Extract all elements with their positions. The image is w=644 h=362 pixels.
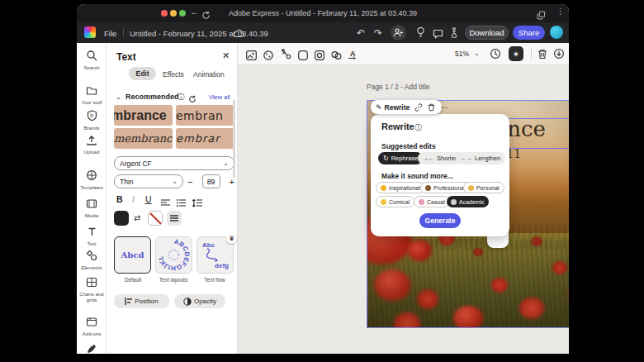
- sidebar-item-text[interactable]: Text: [77, 226, 107, 247]
- sidebar-item-search[interactable]: Search: [77, 50, 107, 71]
- panel-scrollbar[interactable]: [233, 99, 235, 178]
- format-row: B I U: [114, 194, 234, 205]
- tone-label: Make it sound more...: [381, 172, 453, 180]
- sidebar-item-charts-grids[interactable]: Charts and grids: [77, 276, 107, 302]
- suggestion-lengthen[interactable]: ←→ Lengthen: [456, 152, 505, 164]
- sidebar-item-more[interactable]: [77, 342, 107, 354]
- download-button[interactable]: Download: [465, 26, 509, 40]
- comment-icon[interactable]: [433, 27, 443, 42]
- position-button[interactable]: Position: [114, 294, 169, 308]
- recommended-label: Recommended: [125, 93, 179, 101]
- delete-icon[interactable]: [428, 100, 435, 115]
- invite-button[interactable]: [391, 25, 406, 40]
- download-page-icon[interactable]: [553, 48, 565, 63]
- tone-inspirational[interactable]: Inspirational: [376, 182, 425, 193]
- bold-button[interactable]: B: [116, 194, 123, 204]
- tab-effects[interactable]: Effects: [163, 70, 184, 79]
- tab-edit[interactable]: Edit: [129, 67, 156, 80]
- underline-button[interactable]: U: [145, 194, 152, 204]
- font-preview-tile[interactable]: membrance: [114, 128, 173, 149]
- frame-icon[interactable]: [315, 49, 324, 64]
- zoom-level[interactable]: 51%: [455, 50, 469, 58]
- adobe-express-logo[interactable]: [84, 26, 96, 38]
- font-family-select[interactable]: Argent CF ⌄: [114, 156, 234, 170]
- file-menu[interactable]: File: [104, 29, 116, 38]
- view-all-link[interactable]: View all: [209, 93, 230, 101]
- opacity-icon: [183, 298, 192, 306]
- info-icon[interactable]: ⓘ: [178, 93, 185, 102]
- rewrite-button[interactable]: Rewrite: [385, 103, 410, 112]
- chevron-down-icon[interactable]: ⌄: [474, 50, 480, 57]
- delete-icon[interactable]: [537, 48, 547, 63]
- font-preview-tile[interactable]: embran: [176, 105, 234, 126]
- sidebar-item-add-ons[interactable]: Add-ons: [77, 316, 107, 337]
- cutout-icon[interactable]: [281, 48, 291, 63]
- no-outline-swatch[interactable]: [148, 211, 163, 226]
- sidebar-item-your-stuff[interactable]: Your stuff: [77, 84, 107, 106]
- generate-button[interactable]: Generate: [419, 213, 461, 228]
- font-size-input[interactable]: 89: [202, 174, 220, 188]
- edit-image-icon[interactable]: [246, 49, 257, 64]
- italic-button[interactable]: I: [132, 194, 135, 204]
- adjustments-icon[interactable]: [263, 49, 273, 64]
- page-label[interactable]: Page 1 / 2 - Add title: [367, 83, 430, 91]
- shorten-icon: →←: [423, 155, 434, 161]
- font-preview-tile[interactable]: mbrance: [114, 105, 173, 126]
- upload-icon: [86, 134, 97, 148]
- circular-text-icon: ABCDEFGHIJKL: [156, 237, 192, 273]
- lightbulb-icon[interactable]: [415, 26, 426, 41]
- text-color-swatch[interactable]: [114, 211, 129, 226]
- tone-academic[interactable]: Academic: [447, 196, 489, 207]
- line-spacing-button[interactable]: [192, 196, 202, 211]
- font-size-stepper: − 89 +: [187, 174, 234, 188]
- tone-casual[interactable]: Casual: [414, 196, 450, 207]
- grid-icon: [86, 276, 97, 290]
- swap-colors-icon[interactable]: ⇄: [134, 213, 140, 222]
- font-family-value: Argent CF: [120, 160, 152, 168]
- sidebar-item-media[interactable]: Media: [77, 198, 107, 219]
- document-title[interactable]: Untitled - February 11, 2025 at 03.40.39: [130, 29, 268, 38]
- ai-assistant-button[interactable]: ✶: [509, 46, 523, 61]
- tone-pill-label: Professional: [433, 185, 466, 191]
- sidebar-item-brands[interactable]: b Brands: [77, 110, 107, 131]
- close-panel-icon[interactable]: ✕: [222, 50, 230, 61]
- share-button[interactable]: Share: [513, 26, 545, 40]
- suggestion-rephrase[interactable]: ↻ Rephrase: [378, 152, 423, 164]
- font-preview-tile[interactable]: embrar: [176, 128, 234, 149]
- browser-menu-icon[interactable]: ⋮: [556, 7, 565, 16]
- style-tile-text-flow[interactable]: Abc defg ♛: [197, 236, 234, 274]
- position-label: Position: [135, 298, 158, 305]
- beta-flask-icon[interactable]: [449, 26, 459, 41]
- user-avatar[interactable]: [550, 26, 563, 39]
- thumbs-up-emoji: [381, 185, 386, 191]
- tone-personal[interactable]: Personal: [463, 182, 504, 193]
- redo-icon[interactable]: ↷: [374, 27, 382, 39]
- more-options-icon[interactable]: ⋯: [440, 103, 448, 112]
- duplicate-tab-icon[interactable]: [537, 8, 546, 23]
- info-icon[interactable]: ⓘ: [414, 122, 422, 133]
- screen: ← Adobe Express - Untitled - February 11…: [0, 0, 644, 362]
- align-button[interactable]: [161, 196, 170, 211]
- shape-icon[interactable]: [298, 49, 308, 64]
- chevron-down-icon[interactable]: ⌄: [116, 93, 121, 101]
- undo-icon[interactable]: ↶: [357, 27, 365, 39]
- decrease-size-button[interactable]: −: [187, 177, 192, 187]
- sidebar-item-templates[interactable]: Templates: [77, 169, 107, 191]
- list-button[interactable]: [177, 196, 186, 211]
- sidebar-item-upload[interactable]: Upload: [77, 134, 107, 155]
- link-icon[interactable]: [414, 100, 423, 115]
- rewrite-popup: Rewrite ⓘ Suggested edits ↻ Rephrase →← …: [371, 114, 509, 236]
- rewrite-pen-icon: ✎: [376, 103, 382, 112]
- style-tile-default[interactable]: Abcd: [114, 236, 151, 274]
- sidebar-item-elements[interactable]: Elements: [77, 250, 107, 271]
- font-weight-select[interactable]: Thin ⌄: [114, 174, 183, 188]
- tab-animation[interactable]: Animation: [193, 70, 225, 79]
- tone-comical[interactable]: Comical: [376, 196, 414, 207]
- translate-icon[interactable]: A: [348, 48, 358, 63]
- opacity-button[interactable]: Opacity: [174, 294, 225, 308]
- style-tile-text-layouts[interactable]: ABCDEFGHIJKL: [155, 236, 192, 274]
- history-icon[interactable]: [490, 48, 501, 63]
- stroke-options-button[interactable]: [167, 211, 182, 226]
- group-icon[interactable]: [331, 49, 342, 64]
- increase-size-button[interactable]: +: [230, 177, 234, 187]
